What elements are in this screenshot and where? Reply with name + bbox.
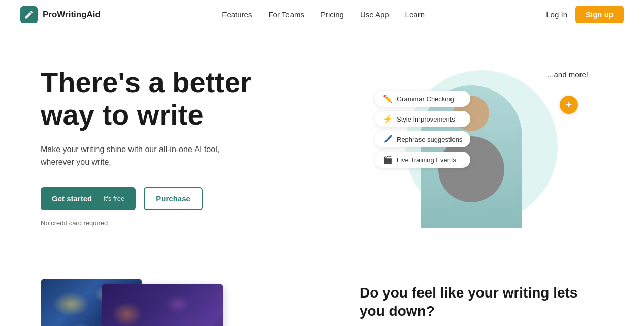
feature-card-0: ✏️ Grammar Checking	[375, 91, 470, 107]
free-label: — it's free	[95, 195, 124, 202]
feature-card-label-1: Style Improvements	[397, 115, 455, 123]
style-icon: ⚡	[383, 114, 393, 124]
get-started-button[interactable]: Get started — it's free	[41, 187, 136, 210]
section-two: My idea in my head Do you feel like your…	[0, 253, 644, 326]
nav-for-teams[interactable]: For Teams	[268, 10, 304, 19]
hero-illustration: ...and more! + ✏️ Grammar Checking ⚡ Sty…	[375, 65, 588, 228]
training-icon: 🎬	[383, 155, 393, 164]
grammar-icon: ✏️	[383, 94, 393, 103]
section-two-right: Do you feel like your writing lets you d…	[360, 274, 603, 326]
and-more-label: ...and more!	[548, 70, 588, 79]
nav-pricing[interactable]: Pricing	[320, 10, 344, 19]
feature-card-1: ⚡ Style Improvements	[375, 111, 470, 127]
hero-title-line2: way to write	[41, 99, 204, 131]
painting-overlay	[102, 284, 223, 326]
get-started-label: Get started	[52, 194, 92, 203]
feature-card-label-0: Grammar Checking	[397, 95, 454, 103]
section-two-title: Do you feel like your writing lets you d…	[360, 284, 603, 321]
hero-left: There's a better way to write Make your …	[41, 66, 305, 227]
nav-actions: Log In Sign up	[546, 6, 624, 23]
nav-use-app[interactable]: Use App	[360, 10, 389, 19]
hero-title-line1: There's a better	[41, 66, 251, 98]
hero-right: ...and more! + ✏️ Grammar Checking ⚡ Sty…	[360, 60, 603, 233]
navbar: ProWritingAid Features For Teams Pricing…	[0, 0, 644, 29]
login-button[interactable]: Log In	[546, 10, 567, 19]
painting-container: My idea in my head	[41, 274, 213, 326]
logo-icon	[20, 6, 38, 23]
logo-svg	[24, 10, 34, 20]
feature-card-label-2: Rephrase suggestions	[397, 136, 462, 143]
feature-cards: ✏️ Grammar Checking ⚡ Style Improvements…	[375, 91, 470, 168]
feature-card-2: 🖊️ Rephrase suggestions	[375, 131, 470, 147]
section-two-left: My idea in my head	[41, 274, 244, 326]
hero-section: There's a better way to write Make your …	[0, 29, 644, 253]
brand-name: ProWritingAid	[43, 10, 101, 20]
no-credit-text: No credit card required	[41, 219, 305, 227]
nav-learn[interactable]: Learn	[405, 10, 425, 19]
feature-card-label-3: Live Training Events	[397, 156, 456, 164]
feature-card-3: 🎬 Live Training Events	[375, 152, 470, 168]
plus-badge: +	[560, 96, 578, 114]
hero-title: There's a better way to write	[41, 66, 305, 132]
nav-links: Features For Teams Pricing Use App Learn	[222, 10, 425, 19]
nav-features[interactable]: Features	[222, 10, 252, 19]
hero-buttons: Get started — it's free Purchase	[41, 187, 305, 210]
rephrase-icon: 🖊️	[383, 135, 393, 144]
hero-subtitle: Make your writing shine with our all-in-…	[41, 143, 244, 169]
signup-button[interactable]: Sign up	[575, 6, 624, 23]
logo-link[interactable]: ProWritingAid	[20, 6, 101, 23]
purchase-button[interactable]: Purchase	[144, 187, 203, 210]
